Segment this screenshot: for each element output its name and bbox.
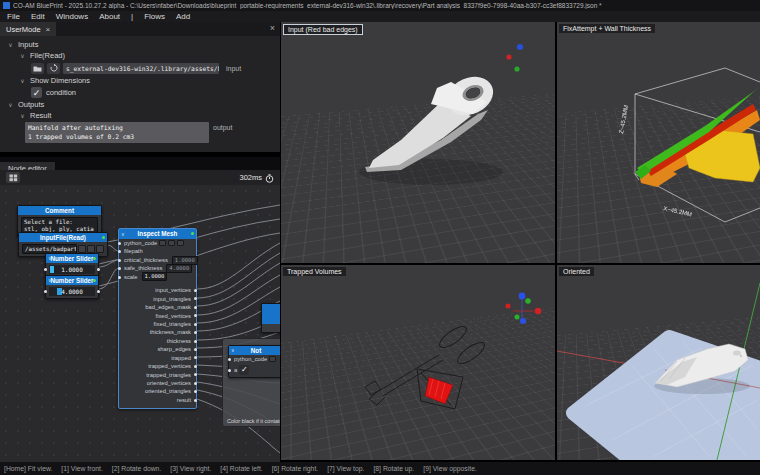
port-dot[interactable]: [44, 268, 47, 271]
slider2-control[interactable]: 4.0000: [49, 287, 95, 296]
port-output[interactable]: thickness_mask: [119, 328, 196, 336]
not-checkbox[interactable]: ✓: [239, 365, 249, 375]
file-path-field[interactable]: s_external-dev316-win32/.library/assets/…: [63, 63, 219, 74]
port-value[interactable]: 1.0000: [142, 272, 168, 281]
code-save-icon[interactable]: [168, 240, 175, 246]
node-slider2-header[interactable]: ∨ Number Slider: [46, 276, 98, 285]
code-expand-icon[interactable]: [177, 240, 184, 246]
viewport-trapped[interactable]: Trapped Volumes: [281, 265, 555, 460]
tab-close-icon[interactable]: ×: [46, 25, 51, 34]
port-dot[interactable]: [194, 289, 197, 292]
condition-checkbox[interactable]: ✓: [31, 87, 42, 98]
node-slider1-header[interactable]: ∨ Number Slider: [46, 254, 98, 263]
viewport-trapped-title[interactable]: Trapped Volumes: [283, 267, 346, 276]
menu-file[interactable]: File: [7, 12, 20, 21]
port-output[interactable]: trapped: [119, 354, 196, 362]
collapse-icon[interactable]: ∨: [48, 276, 52, 285]
port-dot[interactable]: [97, 290, 100, 293]
menu-about[interactable]: About: [99, 12, 120, 21]
port-scale[interactable]: scale 1.0000: [119, 273, 196, 281]
port-output[interactable]: thickness: [119, 337, 196, 345]
code-open-icon[interactable]: [159, 240, 166, 246]
port-output[interactable]: trapped_triangles: [119, 371, 196, 379]
browse-file-icon[interactable]: [78, 245, 86, 253]
port-dot[interactable]: [194, 323, 197, 326]
port-dot[interactable]: [228, 369, 231, 372]
viewport-input[interactable]: Input (Red bad edges): [281, 22, 555, 263]
tree-show-dimensions[interactable]: ∨ Show Dimensions: [19, 75, 280, 86]
collapse-icon[interactable]: ∨: [121, 229, 125, 239]
code-open-icon[interactable]: [269, 356, 276, 362]
port-filepath[interactable]: filepath: [119, 247, 196, 255]
port-dot[interactable]: [194, 306, 197, 309]
node-input-file-header[interactable]: InputFile(Read): [19, 233, 107, 242]
port-dot[interactable]: [194, 314, 197, 317]
port-output[interactable]: bad_edges_mask: [119, 303, 196, 311]
viewport-oriented-title[interactable]: Oriented: [559, 267, 594, 276]
port-dot[interactable]: [44, 290, 47, 293]
port-dot[interactable]: [194, 365, 197, 368]
port-output[interactable]: oriented_triangles: [119, 387, 196, 395]
node-partial[interactable]: [261, 303, 280, 333]
menu-windows[interactable]: Windows: [56, 12, 88, 21]
port-dot[interactable]: [97, 268, 100, 271]
viewport-input-title[interactable]: Input (Red bad edges): [283, 24, 363, 35]
caret-icon[interactable]: ∨: [7, 101, 14, 108]
port-dot[interactable]: [194, 390, 197, 393]
slider1-control[interactable]: 1.0000: [49, 265, 95, 274]
port-dot[interactable]: [118, 259, 121, 262]
port-dot[interactable]: [194, 382, 197, 385]
viewport-oriented[interactable]: Oriented: [557, 265, 760, 460]
node-inspect-mesh[interactable]: ∨ Inspect Mesh python_code filepath crit…: [118, 228, 197, 409]
tree-outputs[interactable]: ∨ Outputs: [7, 99, 280, 110]
panel-close-icon[interactable]: ×: [270, 23, 275, 33]
tree-inputs[interactable]: ∨ Inputs: [7, 39, 280, 50]
caret-icon[interactable]: ∨: [19, 112, 26, 119]
menu-add[interactable]: Add: [176, 12, 190, 21]
port-output[interactable]: input_triangles: [119, 295, 196, 303]
node-not-header[interactable]: ∨ Not: [229, 346, 280, 355]
menu-flows[interactable]: Flows: [144, 12, 165, 21]
tab-usermode[interactable]: UserMode ×: [0, 22, 56, 36]
port-output[interactable]: oriented_vertices: [119, 379, 196, 387]
collapse-icon[interactable]: ∨: [48, 254, 52, 263]
node-inspect-header[interactable]: ∨ Inspect Mesh: [119, 229, 196, 239]
port-dot[interactable]: [118, 267, 121, 270]
tree-file-read[interactable]: ∨ File(Read): [19, 50, 280, 61]
port-output[interactable]: fixed_vertices: [119, 312, 196, 320]
port-dot[interactable]: [118, 250, 121, 253]
port-dot[interactable]: [228, 358, 231, 361]
node-not[interactable]: ∨ Not python_code a ✓: [228, 345, 280, 378]
port-python-code[interactable]: python_code: [119, 239, 196, 247]
port-dot[interactable]: [118, 276, 121, 279]
port-dot[interactable]: [194, 297, 197, 300]
port-dot[interactable]: [194, 331, 197, 334]
caret-icon[interactable]: ∨: [19, 52, 26, 59]
node-comment-header[interactable]: Comment: [18, 206, 101, 215]
grid-snap-icon[interactable]: [6, 172, 20, 183]
tree-result[interactable]: ∨ Result: [19, 110, 280, 121]
port-not-python-code[interactable]: python_code: [229, 355, 280, 363]
node-number-slider-2[interactable]: ∨ Number Slider 4.0000: [45, 275, 99, 299]
collapse-icon[interactable]: ∨: [231, 346, 235, 355]
port-output[interactable]: fixed_triangles: [119, 320, 196, 328]
port-output[interactable]: input_vertices: [119, 286, 196, 294]
port-dot[interactable]: [194, 399, 197, 402]
caret-icon[interactable]: ∨: [7, 41, 14, 48]
port-output[interactable]: result: [119, 396, 196, 404]
node-number-slider-1[interactable]: ∨ Number Slider 1.0000: [45, 253, 99, 277]
port-dot[interactable]: [194, 340, 197, 343]
port-dot[interactable]: [194, 356, 197, 359]
open-folder-icon[interactable]: [31, 63, 44, 74]
port-dot[interactable]: [118, 242, 121, 245]
viewport-fixattempt-title[interactable]: FixAttempt + Wall Thickness: [559, 24, 655, 33]
reload-file-icon[interactable]: [47, 63, 60, 74]
port-output[interactable]: sharp_edges: [119, 345, 196, 353]
port-dot[interactable]: [194, 348, 197, 351]
node-graph-canvas[interactable]: Comment Select a file: stl, obj, ply, ca…: [0, 185, 280, 462]
save-file-icon[interactable]: [87, 245, 95, 253]
refresh-file-icon[interactable]: [96, 245, 104, 253]
menu-edit[interactable]: Edit: [31, 12, 45, 21]
caret-icon[interactable]: ∨: [19, 77, 26, 84]
port-output[interactable]: trapped_vertices: [119, 362, 196, 370]
